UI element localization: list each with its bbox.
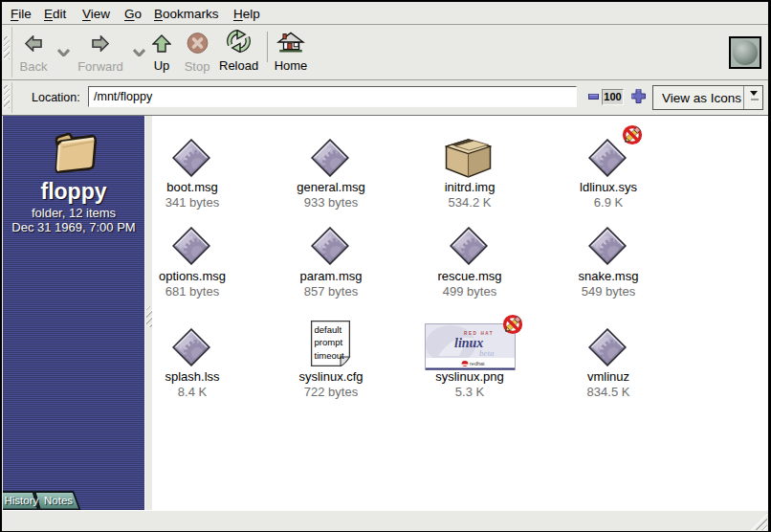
svg-text:Notes: Notes <box>44 495 73 506</box>
svg-text:default: default <box>315 324 342 335</box>
svg-text:History: History <box>5 495 39 506</box>
svg-text:RED HAT: RED HAT <box>464 331 494 336</box>
svg-text:timeout: timeout <box>315 350 345 361</box>
svg-text:redhat: redhat <box>470 361 485 366</box>
svg-text:prompt: prompt <box>315 337 343 347</box>
svg-text:beta: beta <box>479 348 495 358</box>
